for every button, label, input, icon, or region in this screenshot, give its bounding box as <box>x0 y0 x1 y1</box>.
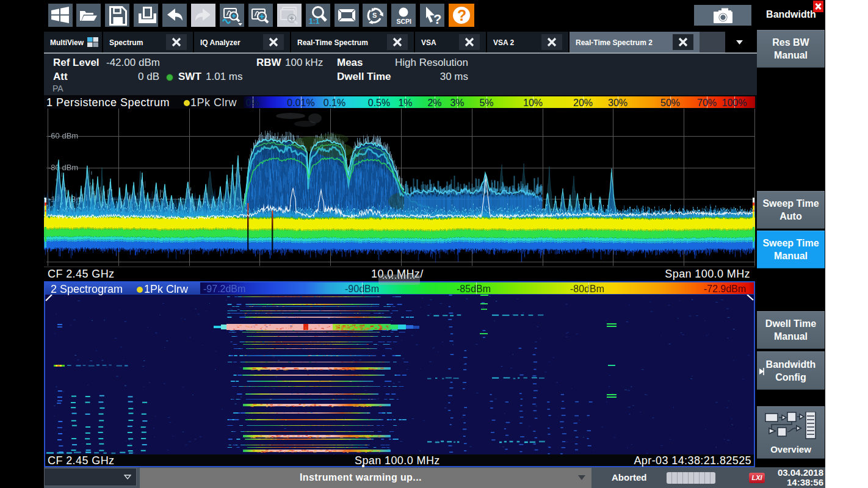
svg-text:SCPI: SCPI <box>397 18 412 25</box>
svg-text:1:1: 1:1 <box>309 17 320 26</box>
svg-text:?: ? <box>457 7 466 24</box>
svg-text:?: ? <box>433 12 441 27</box>
svg-text:S: S <box>372 12 377 19</box>
